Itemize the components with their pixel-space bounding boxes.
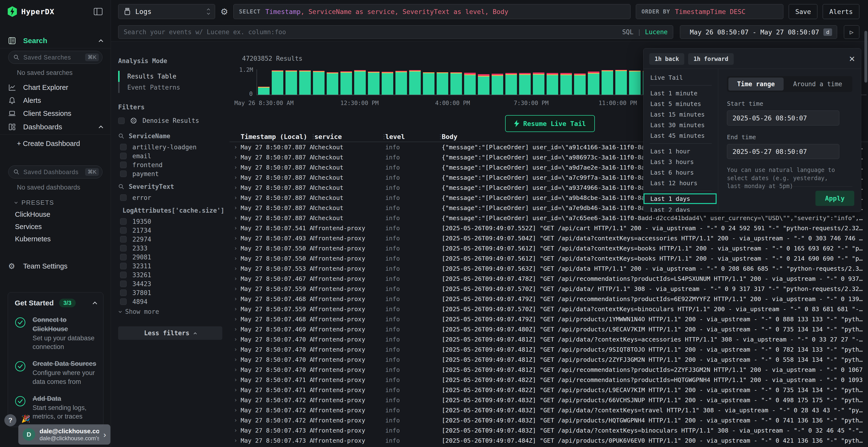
sidebar-collapse-icon[interactable] [93,7,103,16]
tab-results-table[interactable]: Results Table [118,71,222,82]
checkbox[interactable] [120,171,127,177]
filter-value-row[interactable]: frontend [118,161,222,169]
filter-value-row[interactable]: 29081 [118,253,222,262]
log-row[interactable]: ›May 27 8:50:07.468 AMfrontend-proxyinfo… [229,314,868,324]
filter-value-row[interactable]: 21734 [118,226,222,235]
help-button[interactable]: ? [4,414,17,426]
column-header-level[interactable]: level [385,133,442,140]
presets-toggle[interactable]: PRESETS [0,196,111,208]
histogram-bar[interactable] [313,71,324,95]
search-input[interactable]: Search your events w/ Lucene ex. column:… [118,25,673,39]
time-preset-last-1-hour[interactable]: Last 1 hour [644,146,718,157]
sidebar-item-team-settings[interactable]: ⚙ Team Settings [0,260,111,273]
time-preset-last-1-days[interactable]: Last 1 days [644,194,717,204]
saved-searches-input[interactable]: Saved Searches ⌘K [8,51,102,64]
tab-around-a-time[interactable]: Around a time [784,77,851,91]
checkbox[interactable] [120,245,127,251]
histogram-bar[interactable] [354,70,366,95]
show-more-button[interactable]: Show more [118,306,222,315]
histogram-bar[interactable] [533,72,545,95]
histogram-bar[interactable] [464,73,476,95]
preset-item-clickhouse[interactable]: ClickHouse [0,208,111,220]
column-resize-handle[interactable]: ⋮ [381,133,387,140]
histogram-bar[interactable] [574,73,586,95]
close-icon[interactable]: ✕ [849,55,855,64]
row-expand-icon[interactable]: › [229,296,241,302]
log-row[interactable]: ›May 27 8:50:07.473 AMfrontend-proxyinfo… [229,446,868,447]
time-preset-last-15-minutes[interactable]: Last 15 minutes [644,109,718,120]
histogram-bar[interactable] [396,71,407,95]
row-expand-icon[interactable]: › [229,366,241,373]
log-row[interactable]: ›May 27 8:50:07.471 AMfrontend-proxyinfo… [229,375,868,385]
filter-value-row[interactable]: 19350 [118,217,222,226]
histogram-bar[interactable] [547,73,558,95]
checkbox[interactable] [120,263,127,269]
less-filters-button[interactable]: Less filters [118,326,222,340]
time-preset-last-1-minute[interactable]: Last 1 minute [644,88,718,99]
log-row[interactable]: ›May 27 8:50:07.559 AMfrontend-proxyinfo… [229,304,868,314]
log-row[interactable]: ›May 27 8:50:07.470 AMfrontend-proxyinfo… [229,354,868,365]
row-expand-icon[interactable]: › [229,215,241,221]
log-row[interactable]: ›May 27 8:50:07.470 AMfrontend-proxyinfo… [229,334,868,344]
histogram-bar[interactable] [272,70,283,95]
row-expand-icon[interactable]: › [229,316,241,322]
row-expand-icon[interactable]: › [229,194,241,201]
histogram-bar[interactable] [451,72,462,95]
lucene-toggle[interactable]: Lucene [645,28,668,36]
chevron-up-icon[interactable] [93,302,97,306]
log-row[interactable]: ›May 27 8:50:07.541 AMfrontend-proxyinfo… [229,223,868,233]
histogram-bar[interactable] [629,71,641,95]
histogram-bar[interactable] [560,73,572,95]
time-preset-last-3-hours[interactable]: Last 3 hours [644,157,718,167]
row-expand-icon[interactable]: › [229,255,241,262]
log-row[interactable]: ›May 27 8:50:07.468 AMfrontend-proxyinfo… [229,294,868,304]
filter-value-row[interactable]: 32311 [118,262,222,271]
histogram-bar[interactable] [478,74,490,95]
log-row[interactable]: ›May 27 8:50:07.472 AMfrontend-proxyinfo… [229,395,868,405]
source-settings-gear-icon[interactable]: ⚙ [220,7,228,16]
sql-toggle[interactable]: SQL [622,28,633,36]
log-row[interactable]: ›May 27 8:50:07.550 AMfrontend-proxyinfo… [229,243,868,253]
select-clause-input[interactable]: SELECT Timestamp , ServiceName as servic… [234,4,630,19]
checkbox[interactable] [120,194,127,201]
order-by-input[interactable]: ORDER BY TimestampTime DESC [636,4,783,19]
row-expand-icon[interactable]: › [229,174,241,181]
row-expand-icon[interactable]: › [229,154,241,161]
histogram-bar[interactable] [409,70,421,95]
log-row[interactable]: ›May 27 8:50:07.473 AMfrontend-proxyinfo… [229,436,868,446]
histogram-bar[interactable] [505,73,517,95]
tab-time-range[interactable]: Time range [728,77,784,91]
time-preset-last-2-days[interactable]: Last 2 days [644,204,718,212]
histogram-bar[interactable] [340,71,352,95]
time-preset-last-45-minutes[interactable]: Last 45 minutes [644,130,718,141]
log-row[interactable]: ›May 27 8:50:07.470 AMfrontend-proxyinfo… [229,365,868,375]
forward-1h-button[interactable]: 1h forward [688,53,734,65]
row-expand-icon[interactable]: › [229,275,241,282]
row-expand-icon[interactable]: › [229,285,241,292]
filter-value-row[interactable]: artillery-loadgen [118,143,222,151]
end-time-input[interactable]: 2025-05-27 08:50:07 [727,144,839,159]
sidebar-item-alerts[interactable]: Alerts [0,94,111,107]
filter-value-row[interactable]: payment [118,169,222,178]
log-row[interactable]: ›May 27 8:50:07.472 AMfrontend-proxyinfo… [229,405,868,415]
log-row[interactable]: ›May 27 8:50:07.469 AMfrontend-proxyinfo… [229,324,868,334]
histogram-bar[interactable] [492,74,503,95]
log-row[interactable]: ›May 27 8:50:07.493 AMfrontend-proxyinfo… [229,233,868,243]
log-row[interactable]: ›May 27 8:50:07.470 AMfrontend-proxyinfo… [229,344,868,354]
time-preset-last-30-minutes[interactable]: Last 30 minutes [644,120,718,130]
row-expand-icon[interactable]: › [229,235,241,242]
start-time-input[interactable]: 2025-05-26 08:50:07 [727,110,839,126]
row-expand-icon[interactable]: › [229,336,241,343]
sidebar-item-search[interactable]: Search [0,34,111,48]
date-range-input[interactable]: May 26 08:50:07 - May 27 08:50:07 d [680,25,837,39]
row-expand-icon[interactable]: › [229,326,241,333]
histogram-bar[interactable] [327,72,338,95]
log-row[interactable]: ›May 27 8:50:07.472 AMfrontend-proxyinfo… [229,415,868,425]
sidebar-item-client-sessions[interactable]: Client Sessions [0,107,111,120]
row-expand-icon[interactable]: › [229,356,241,363]
column-resize-handle[interactable]: ⋮ [310,133,316,140]
log-row[interactable]: ›May 27 8:50:07.550 AMfrontend-proxyinfo… [229,253,868,264]
checkbox[interactable] [120,281,127,287]
log-row[interactable]: ›May 27 8:50:07.553 AMfrontend-proxyinfo… [229,264,868,274]
log-row[interactable]: ›May 27 8:50:07.471 AMfrontend-proxyinfo… [229,385,868,395]
